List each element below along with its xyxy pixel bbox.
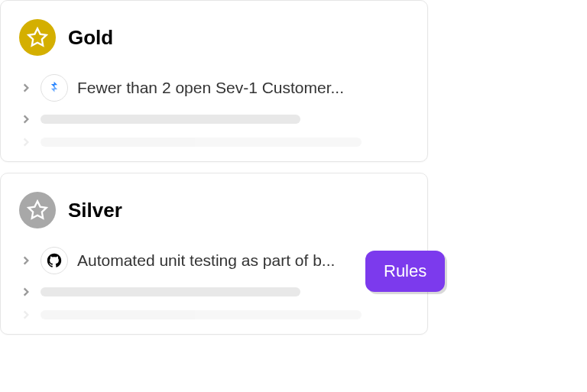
silver-star-icon: [19, 192, 56, 228]
chevron-right-icon[interactable]: [21, 114, 31, 125]
skeleton-placeholder: [41, 310, 362, 319]
rule-text: Fewer than 2 open Sev-1 Customer...: [77, 79, 409, 97]
svg-marker-1: [28, 201, 46, 218]
rule-row[interactable]: Fewer than 2 open Sev-1 Customer...: [19, 74, 409, 102]
tier-title: Silver: [68, 199, 122, 222]
skeleton-placeholder: [41, 138, 362, 147]
svg-marker-0: [28, 28, 46, 45]
tier-title: Gold: [68, 26, 113, 50]
skeleton-row: [19, 287, 409, 297]
jira-icon: [41, 74, 68, 102]
chevron-right-icon[interactable]: [21, 83, 31, 93]
skeleton-row: [19, 137, 409, 147]
skeleton-placeholder: [41, 115, 300, 124]
chevron-right-icon: [21, 309, 31, 320]
chevron-right-icon[interactable]: [21, 255, 31, 266]
rule-text: Automated unit testing as part of b...: [77, 251, 409, 270]
chevron-right-icon[interactable]: [21, 287, 31, 297]
silver-tier-card: Silver Automated unit testing as part of…: [0, 173, 428, 335]
card-header: Gold: [19, 19, 409, 56]
skeleton-row: [19, 114, 409, 125]
skeleton-placeholder: [41, 287, 300, 296]
github-icon: [41, 247, 68, 274]
gold-tier-card: Gold Fewer than 2 open Sev-1 Customer...: [0, 0, 428, 162]
chevron-right-icon: [21, 137, 31, 147]
rules-badge[interactable]: Rules: [365, 251, 445, 292]
card-header: Silver: [19, 192, 409, 228]
rule-row[interactable]: Automated unit testing as part of b...: [19, 247, 409, 274]
gold-star-icon: [19, 19, 56, 56]
skeleton-row: [19, 309, 409, 320]
